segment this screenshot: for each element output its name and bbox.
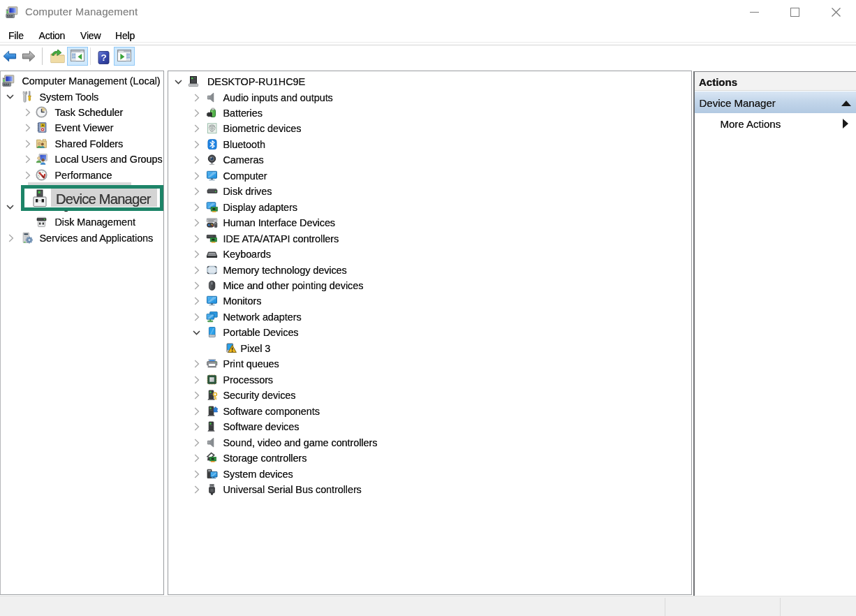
- svg-text:?: ?: [101, 52, 106, 62]
